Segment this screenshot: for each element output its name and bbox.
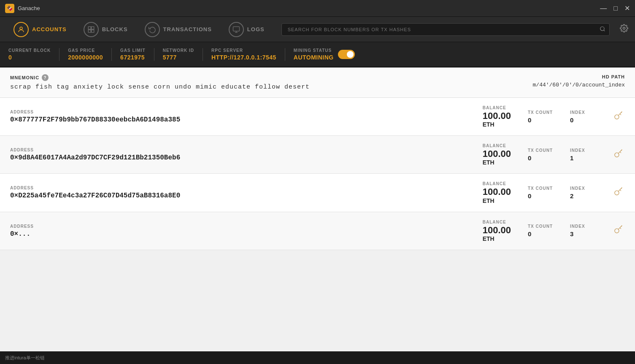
search-input[interactable] <box>281 23 610 36</box>
accounts-list: ADDRESS 0×877777F2F79b9bb767D88330eebcbA… <box>0 98 635 250</box>
index-section-1: INDEX 1 <box>570 148 595 162</box>
address-label-3: ADDRESS <box>10 224 474 229</box>
tx-count-label-1: TX COUNT <box>528 148 553 153</box>
mnemonic-left: MNEMONIC ? scrap fish tag anxiety lock s… <box>10 74 310 91</box>
search-bar <box>281 23 610 36</box>
tx-count-section-1: TX COUNT 0 <box>528 148 553 162</box>
svg-line-12 <box>621 111 622 113</box>
title-bar-controls: — □ ✕ <box>600 4 630 12</box>
address-label-2: ADDRESS <box>10 186 474 190</box>
stat-gas-price: GAS PRICE 2000000000 <box>68 48 112 61</box>
address-label-0: ADDRESS <box>10 110 474 114</box>
balance-label-0: BALANCE <box>483 105 511 110</box>
tx-count-label-0: TX COUNT <box>528 110 553 115</box>
key-icon-button-1[interactable] <box>612 147 625 162</box>
account-row: ADDRESS 0×877777F2F79b9bb767D88330eebcbA… <box>0 98 635 136</box>
rpc-server-label: RPC SERVER <box>211 48 276 53</box>
address-value-0: 0×877777F2F79b9bb767D88330eebcbA6D1498a3… <box>10 116 474 124</box>
transactions-icon <box>145 22 160 37</box>
svg-line-14 <box>621 150 622 151</box>
balance-section-0: BALANCE 100.00 ETH <box>483 105 511 128</box>
minimize-button[interactable]: — <box>600 4 607 12</box>
main-content: MNEMONIC ? scrap fish tag anxiety lock s… <box>0 67 635 364</box>
title-bar-left: 🍫 Ganache <box>5 4 40 13</box>
svg-point-17 <box>615 229 619 233</box>
svg-point-0 <box>20 27 22 30</box>
svg-rect-5 <box>233 27 239 31</box>
search-icon <box>600 26 605 33</box>
gas-limit-label: GAS LIMIT <box>120 48 146 53</box>
address-value-3: 0×... <box>10 230 474 238</box>
bottom-bar-text: 推进intura单一松链 <box>5 355 45 361</box>
index-value-3: 3 <box>570 230 595 237</box>
key-icon-button-3[interactable] <box>612 223 625 238</box>
balance-unit-3: ETH <box>483 235 511 242</box>
nav-blocks[interactable]: BLOCKS <box>77 19 135 40</box>
tx-count-value-0: 0 <box>528 116 553 124</box>
accounts-icon <box>14 22 29 37</box>
account-row: ADDRESS 0×D225a45fe7Ee4c3a27F26C07D45d75… <box>0 174 635 212</box>
svg-point-13 <box>615 153 619 157</box>
mining-status-label: MINING STATUS <box>294 48 334 53</box>
tx-count-section-3: TX COUNT 0 <box>528 224 553 237</box>
settings-button[interactable] <box>620 24 628 35</box>
stat-current-block: CURRENT BLOCK 0 <box>8 48 59 61</box>
index-label-1: INDEX <box>570 148 595 153</box>
app-logo: 🍫 <box>5 4 14 13</box>
mnemonic-bar: MNEMONIC ? scrap fish tag anxiety lock s… <box>0 67 635 98</box>
stat-gas-limit: GAS LIMIT 6721975 <box>120 48 154 61</box>
account-row: ADDRESS 0×9d8A4E6017A4Aa2d97DC7CF29d121B… <box>0 136 635 174</box>
mining-toggle[interactable] <box>338 50 355 59</box>
svg-point-11 <box>615 115 619 119</box>
svg-line-9 <box>604 30 605 31</box>
nav-accounts[interactable]: ACCOUNTS <box>7 19 73 40</box>
account-left-1: ADDRESS 0×9d8A4E6017A4Aa2d97DC7CF29d121B… <box>10 148 474 162</box>
balance-section-3: BALANCE 100.00 ETH <box>483 220 511 242</box>
hd-path-value: m/44'/60'/0'/0/account_index <box>533 82 625 88</box>
account-right-1: BALANCE 100.00 ETH TX COUNT 0 INDEX 1 <box>483 143 625 166</box>
index-label-3: INDEX <box>570 224 595 229</box>
account-left-0: ADDRESS 0×877777F2F79b9bb767D88330eebcbA… <box>10 110 474 124</box>
tx-count-value-2: 0 <box>528 192 553 200</box>
balance-value-0: 100.00 <box>483 111 511 121</box>
svg-line-16 <box>621 188 622 189</box>
index-value-0: 0 <box>570 116 595 124</box>
nav-bar: ACCOUNTS BLOCKS TRANSACTIONS <box>0 17 635 42</box>
key-icon-button-0[interactable] <box>612 109 625 124</box>
balance-section-2: BALANCE 100.00 ETH <box>483 181 511 204</box>
transactions-label: TRANSACTIONS <box>163 26 212 32</box>
mnemonic-help-icon[interactable]: ? <box>42 74 49 81</box>
stat-rpc-server: RPC SERVER HTTP://127.0.0.1:7545 <box>211 48 285 61</box>
tx-count-value-1: 0 <box>528 154 553 162</box>
balance-value-3: 100.00 <box>483 225 511 235</box>
blocks-icon <box>84 22 99 37</box>
index-section-3: INDEX 3 <box>570 224 595 237</box>
index-label-0: INDEX <box>570 110 595 115</box>
svg-rect-3 <box>88 30 91 32</box>
blocks-label: BLOCKS <box>102 26 128 32</box>
tx-count-label-3: TX COUNT <box>528 224 553 229</box>
key-icon-button-2[interactable] <box>612 185 625 200</box>
accounts-label: ACCOUNTS <box>32 26 67 32</box>
network-id-value: 5777 <box>163 54 194 61</box>
hd-path-section: HD PATH m/44'/60'/0'/0/account_index <box>533 74 625 88</box>
balance-value-2: 100.00 <box>483 187 511 197</box>
tx-count-section-0: TX COUNT 0 <box>528 110 553 124</box>
balance-label-2: BALANCE <box>483 181 511 186</box>
balance-section-1: BALANCE 100.00 ETH <box>483 143 511 166</box>
gas-price-value: 2000000000 <box>68 54 103 61</box>
gas-limit-value: 6721975 <box>120 54 146 61</box>
account-right-2: BALANCE 100.00 ETH TX COUNT 0 INDEX 2 <box>483 181 625 204</box>
nav-transactions[interactable]: TRANSACTIONS <box>138 19 219 40</box>
title-bar: 🍫 Ganache — □ ✕ <box>0 0 635 17</box>
svg-line-18 <box>621 226 622 227</box>
maximize-button[interactable]: □ <box>613 4 618 12</box>
bottom-bar: 推进intura单一松链 <box>0 351 635 364</box>
rpc-server-value: HTTP://127.0.0.1:7545 <box>211 54 276 61</box>
svg-point-15 <box>615 191 619 195</box>
account-row: ADDRESS 0×... BALANCE 100.00 ETH TX COUN… <box>0 212 635 250</box>
account-left-3: ADDRESS 0×... <box>10 224 474 238</box>
mining-status-value: AUTOMINING <box>294 54 334 61</box>
close-button[interactable]: ✕ <box>624 4 630 12</box>
nav-logs[interactable]: LOGS <box>222 19 271 40</box>
